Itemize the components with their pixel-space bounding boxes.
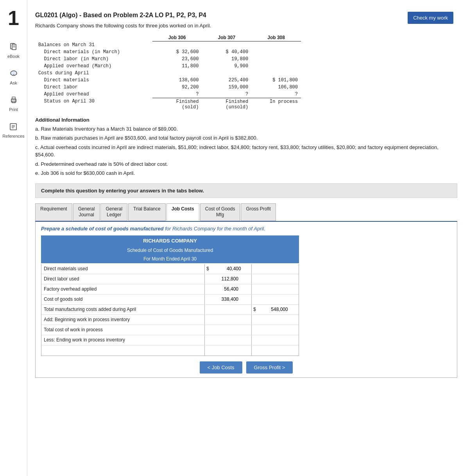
cell-value: ? (251, 91, 301, 98)
input-beginning-wip-col2[interactable] (253, 317, 285, 322)
sidebar-item-references[interactable]: References (2, 121, 24, 138)
cell-value: 19,800 (202, 56, 251, 63)
cell-value: 225,400 (202, 77, 251, 84)
cell-value: 138,600 (152, 77, 202, 84)
input-direct-labor-col1[interactable] (207, 276, 238, 282)
col1-ending-wip (205, 335, 252, 345)
prev-button[interactable]: < Job Costs (200, 361, 242, 374)
cell-value: 106,800 (251, 84, 301, 91)
next-button[interactable]: Gross Profit > (246, 361, 293, 374)
col-header-j308: Job 308 (251, 34, 301, 41)
cell-value: $ 101,800 (251, 77, 301, 84)
row-label: Status on April 30 (35, 98, 152, 111)
col2-direct-materials (252, 264, 299, 274)
tab-general-ledger[interactable]: GeneralLedger (100, 203, 127, 221)
input-total-mfg-col1[interactable] (206, 307, 238, 312)
tab-cost-of-goods[interactable]: Cost of GoodsMfg (200, 203, 240, 221)
row-label-total-wip: Total cost of work in process (41, 325, 205, 335)
schedule-row-ending-wip: Less: Ending work in process inventory (41, 335, 299, 345)
schedule-row-total-wip: Total cost of work in process (41, 325, 299, 335)
input-direct-materials-col2[interactable] (253, 266, 285, 271)
input-cost-goods-sold-col1[interactable] (207, 296, 238, 302)
schedule-table: RICHARDS COMPANY Schedule of Cost of Goo… (41, 235, 299, 356)
cell-value: 92,200 (152, 84, 202, 91)
table-row: Direct materials (in March) $ 32,600 $ 4… (35, 48, 301, 56)
input-factory-overhead-col1[interactable] (207, 286, 238, 292)
sidebar: 1 eBook Ask (0, 0, 27, 476)
schedule-row-direct-labor: Direct labor used (41, 274, 299, 284)
tab-general-journal[interactable]: GeneralJournal (73, 203, 100, 221)
info-item-a: a. Raw Materials Inventory has a March 3… (35, 125, 457, 133)
row-label-total-mfg-costs: Total manufacturing costs added during A… (41, 305, 205, 314)
input-total-wip-col2[interactable] (253, 327, 285, 332)
schedule-row-total-mfg-costs: Total manufacturing costs added during A… (41, 305, 299, 315)
ask-label: Ask (10, 81, 17, 85)
input-total-mfg-col2[interactable] (257, 307, 288, 312)
schedule-row-beginning-wip: Add: Beginning work in process inventory (41, 315, 299, 325)
col1-total-wip (205, 325, 252, 335)
table-row: Applied overhead ? ? ? (35, 91, 301, 98)
col2-cost-goods-sold (252, 295, 299, 304)
tab-job-costs[interactable]: Job Costs (166, 203, 199, 221)
input-total-final-col2[interactable] (253, 348, 285, 353)
cell-value: Finished(sold) (152, 98, 202, 111)
table-row: Balances on March 31 (35, 41, 301, 48)
row-label-total-final (41, 345, 205, 356)
tabs-row: Requirement GeneralJournal GeneralLedger… (35, 203, 457, 222)
cell-value: $ 32,600 (152, 48, 202, 56)
input-total-final-col1[interactable] (206, 348, 238, 353)
problem-description: Richards Company shows the following cos… (35, 23, 457, 29)
input-ending-wip-col1[interactable] (206, 337, 238, 343)
schedule-title: RICHARDS COMPANY (41, 235, 299, 246)
schedule-subtitle: Schedule of Cost of Goods Manufactured (41, 246, 299, 255)
info-item-b: b. Raw materials purchases in April are … (35, 134, 457, 142)
check-my-work-button[interactable]: Check my work (408, 12, 453, 24)
complete-instruction: Complete this question by entering your … (35, 183, 457, 198)
nav-buttons: < Job Costs Gross Profit > (41, 361, 451, 374)
chat-icon (8, 68, 19, 79)
col2-total-wip (252, 325, 299, 335)
printer-icon (8, 95, 19, 106)
col2-beginning-wip (252, 315, 299, 325)
col1-cost-goods-sold (205, 295, 252, 304)
book-icon (8, 41, 19, 52)
input-total-wip-col1[interactable] (206, 327, 238, 332)
schedule-row-direct-materials: Direct materials used $ (41, 264, 299, 274)
sidebar-item-ebook[interactable]: eBook (7, 41, 20, 59)
input-direct-materials-col1[interactable] (210, 266, 241, 271)
additional-info: Additional Information a. Raw Materials … (35, 117, 457, 177)
cell-value: Finished(unsold) (202, 98, 251, 111)
tab-trial-balance[interactable]: Trial Balance (128, 203, 166, 221)
sidebar-item-ask[interactable]: Ask (8, 68, 19, 85)
row-label-ending-wip: Less: Ending work in process inventory (41, 335, 205, 345)
problem-number: 1 (8, 8, 19, 28)
input-beginning-wip-col1[interactable] (206, 317, 238, 322)
col1-beginning-wip (205, 315, 252, 325)
col2-direct-labor (252, 274, 299, 284)
info-item-d: d. Predetermined overhead rate is 50% of… (35, 160, 457, 168)
col1-direct-materials: $ (205, 264, 252, 274)
tab-gross-profit[interactable]: Gross Profit (241, 203, 276, 221)
row-label: Applied overhead (35, 91, 152, 98)
ref-icon (8, 121, 19, 132)
problem-title: GL0201 (Algo) - Based on Problem 2-2A LO… (35, 12, 457, 19)
tab-requirement[interactable]: Requirement (35, 203, 72, 221)
row-label: Direct labor (35, 84, 152, 91)
info-item-c: c. Actual overhead costs incurred in Apr… (35, 144, 457, 159)
input-direct-labor-col2[interactable] (253, 276, 285, 282)
schedule-row-total-final (41, 345, 299, 356)
col-header-j307: Job 307 (202, 34, 251, 41)
references-label: References (2, 134, 24, 138)
schedule-body: Direct materials used $ Direct labor use… (41, 264, 299, 356)
row-label-direct-labor: Direct labor used (41, 274, 205, 284)
table-row: Status on April 30 Finished(sold) Finish… (35, 98, 301, 111)
input-ending-wip-col2[interactable] (253, 337, 285, 343)
input-factory-overhead-col2[interactable] (253, 286, 285, 292)
sidebar-item-print[interactable]: Print (8, 95, 19, 112)
input-cost-goods-sold-col2[interactable] (253, 296, 285, 302)
table-row: Costs during April (35, 70, 301, 77)
ebook-label: eBook (7, 54, 20, 59)
svg-point-9 (15, 100, 16, 101)
col1-total-final (205, 345, 252, 356)
cell-value: ? (152, 91, 202, 98)
